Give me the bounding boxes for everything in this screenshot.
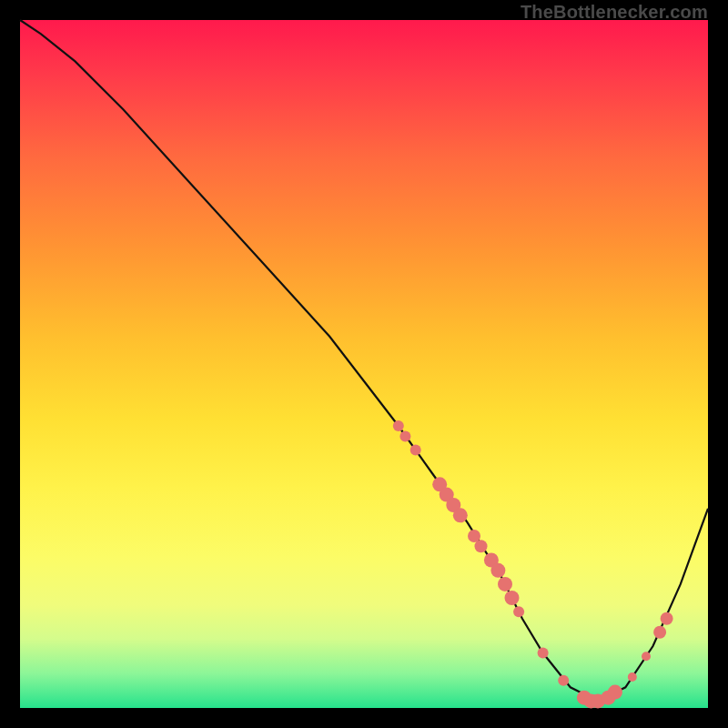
curve-marker [498,577,512,592]
curve-marker [453,508,468,522]
curve-marker [642,652,651,661]
curve-marker [393,420,404,431]
bottleneck-chart-svg [20,20,708,708]
curve-marker [410,445,421,456]
curve-marker [661,612,673,625]
curve-marker [475,540,488,552]
curve-marker [505,591,520,605]
curve-marker [558,675,569,686]
curve-marker [513,606,524,617]
curve-marker [653,626,666,639]
watermark-text: TheBottlenecker.com [521,2,708,23]
curve-marker [538,648,549,659]
curve-marker [608,685,622,700]
chart-plot-area [20,20,708,708]
bottleneck-curve [20,20,708,701]
curve-marker [490,563,505,578]
curve-marker [628,672,637,682]
curve-markers [393,420,673,708]
curve-marker [399,430,410,441]
